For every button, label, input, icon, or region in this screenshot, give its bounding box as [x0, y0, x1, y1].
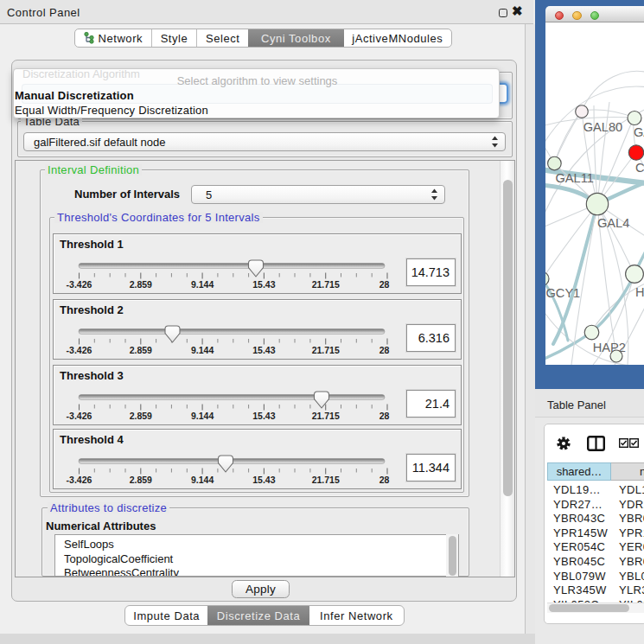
svg-text:C: C [635, 161, 644, 175]
svg-text:9.144: 9.144 [191, 411, 214, 421]
svg-text:9.144: 9.144 [191, 475, 214, 485]
svg-text:-3.426: -3.426 [67, 279, 92, 290]
svg-text:GAL80: GAL80 [583, 120, 622, 134]
svg-text:2.859: 2.859 [130, 411, 152, 421]
svg-text:15.43: 15.43 [252, 475, 275, 485]
svg-text:9.144: 9.144 [191, 345, 214, 355]
svg-text:28: 28 [379, 279, 390, 290]
svg-text:2.859: 2.859 [130, 475, 152, 485]
svg-text:21.715: 21.715 [312, 475, 340, 485]
svg-text:28: 28 [379, 475, 390, 485]
svg-text:H: H [635, 285, 644, 299]
svg-text:28: 28 [379, 411, 390, 421]
svg-text:15.43: 15.43 [252, 411, 275, 421]
svg-text:GAL4: GAL4 [597, 216, 629, 230]
svg-text:GA: GA [634, 125, 644, 139]
svg-text:-3.426: -3.426 [67, 475, 92, 485]
svg-text:15.43: 15.43 [252, 345, 275, 355]
svg-text:9.144: 9.144 [191, 279, 214, 290]
svg-text:21.715: 21.715 [312, 279, 340, 290]
svg-text:2.859: 2.859 [130, 345, 152, 355]
svg-text:15.43: 15.43 [252, 279, 275, 290]
svg-text:-3.426: -3.426 [67, 345, 92, 355]
svg-text:HAP2: HAP2 [593, 341, 626, 354]
svg-text:GAL11: GAL11 [556, 171, 594, 185]
svg-text:GCY1: GCY1 [546, 286, 581, 300]
svg-text:-3.426: -3.426 [67, 411, 92, 421]
svg-text:21.715: 21.715 [312, 411, 340, 421]
svg-text:21.715: 21.715 [312, 345, 340, 355]
svg-text:28: 28 [379, 345, 390, 355]
svg-text:2.859: 2.859 [130, 279, 152, 290]
